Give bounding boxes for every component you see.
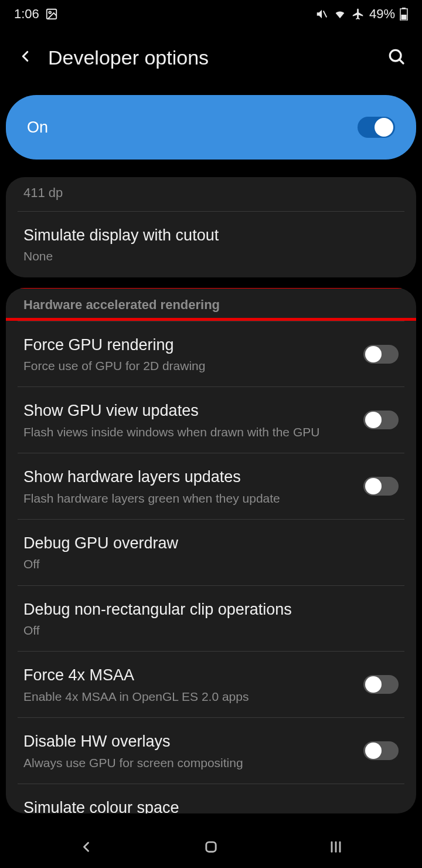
image-icon <box>45 8 58 21</box>
setting-title: Simulate colour space <box>23 797 387 813</box>
setting-sub: Enable 4x MSAA in OpenGL ES 2.0 apps <box>23 689 352 704</box>
setting-title: Show hardware layers updates <box>23 466 352 487</box>
setting-sub: Flash hardware layers green when they up… <box>23 490 352 506</box>
page-title: Developer options <box>48 46 382 69</box>
toggle-switch[interactable] <box>363 345 399 364</box>
mute-icon <box>315 8 328 21</box>
battery-icon <box>400 8 408 21</box>
switch-knob <box>365 676 382 693</box>
setting-sub: None <box>23 248 387 264</box>
setting-simulate-colour-space[interactable]: Simulate colour space <box>6 784 416 813</box>
wifi-icon <box>333 8 347 21</box>
toggle-switch[interactable] <box>363 477 399 496</box>
setting-simulate-cutout[interactable]: Simulate display with cutout None <box>6 212 416 277</box>
toggle-switch[interactable] <box>363 741 399 760</box>
section-header-hardware-rendering: Hardware accelerated rendering <box>6 288 416 321</box>
switch-knob <box>375 118 393 137</box>
svg-line-2 <box>324 11 327 18</box>
setting-title: Show GPU view updates <box>23 400 352 421</box>
recents-icon <box>328 839 344 855</box>
svg-point-1 <box>49 11 51 13</box>
status-bar: 1:06 49% <box>0 0 422 28</box>
master-toggle-row[interactable]: On <box>6 95 416 160</box>
chevron-left-icon <box>16 48 34 65</box>
setting-show-gpu-view-updates[interactable]: Show GPU view updates Flash views inside… <box>6 387 416 453</box>
switch-knob <box>365 742 382 759</box>
status-time: 1:06 <box>14 6 39 22</box>
airplane-icon <box>352 8 365 21</box>
setting-title: Simulate display with cutout <box>23 225 387 246</box>
master-toggle-label: On <box>27 118 48 137</box>
nav-back-button[interactable] <box>78 839 94 857</box>
setting-debug-gpu-overdraw[interactable]: Debug GPU overdraw Off <box>6 520 416 585</box>
setting-sub: Force use of GPU for 2D drawing <box>23 358 352 374</box>
switch-knob <box>365 346 382 362</box>
setting-title: Debug non-rectangular clip operations <box>23 599 387 620</box>
switch-knob <box>365 412 382 428</box>
back-button[interactable] <box>12 43 39 72</box>
svg-rect-8 <box>206 842 216 852</box>
setting-title: Force GPU rendering <box>23 334 352 355</box>
setting-force-4x-msaa[interactable]: Force 4x MSAA Enable 4x MSAA in OpenGL E… <box>6 652 416 717</box>
toggle-switch[interactable] <box>363 675 399 694</box>
switch-knob <box>365 478 382 494</box>
navigation-bar <box>0 828 422 868</box>
partial-item-above: 411 dp <box>6 177 416 211</box>
setting-sub: Flash views inside windows when drawn wi… <box>23 424 352 440</box>
master-switch[interactable] <box>358 117 395 138</box>
settings-card-1: 411 dp Simulate display with cutout None <box>6 177 416 277</box>
search-icon <box>387 47 406 66</box>
setting-title: Debug GPU overdraw <box>23 533 387 554</box>
toggle-switch[interactable] <box>363 411 399 429</box>
search-button[interactable] <box>382 42 410 73</box>
setting-sub: Off <box>23 556 387 572</box>
setting-sub: Off <box>23 622 387 638</box>
settings-card-2: Hardware accelerated rendering Force GPU… <box>6 288 416 813</box>
chevron-left-icon <box>78 839 94 855</box>
setting-show-hw-layers-updates[interactable]: Show hardware layers updates Flash hardw… <box>6 453 416 519</box>
setting-disable-hw-overlays[interactable]: Disable HW overlays Always use GPU for s… <box>6 718 416 784</box>
svg-rect-5 <box>401 15 407 20</box>
setting-title: Force 4x MSAA <box>23 664 352 686</box>
battery-percent: 49% <box>369 6 395 22</box>
home-icon <box>203 839 219 855</box>
svg-line-7 <box>399 59 403 63</box>
page-header: Developer options <box>0 28 422 91</box>
setting-force-gpu-rendering[interactable]: Force GPU rendering Force use of GPU for… <box>6 321 416 387</box>
setting-sub: Always use GPU for screen compositing <box>23 755 352 771</box>
nav-recents-button[interactable] <box>328 839 344 857</box>
setting-debug-non-rect-clip[interactable]: Debug non-rectangular clip operations Of… <box>6 586 416 652</box>
nav-home-button[interactable] <box>203 839 219 857</box>
setting-title: Disable HW overlays <box>23 731 352 752</box>
